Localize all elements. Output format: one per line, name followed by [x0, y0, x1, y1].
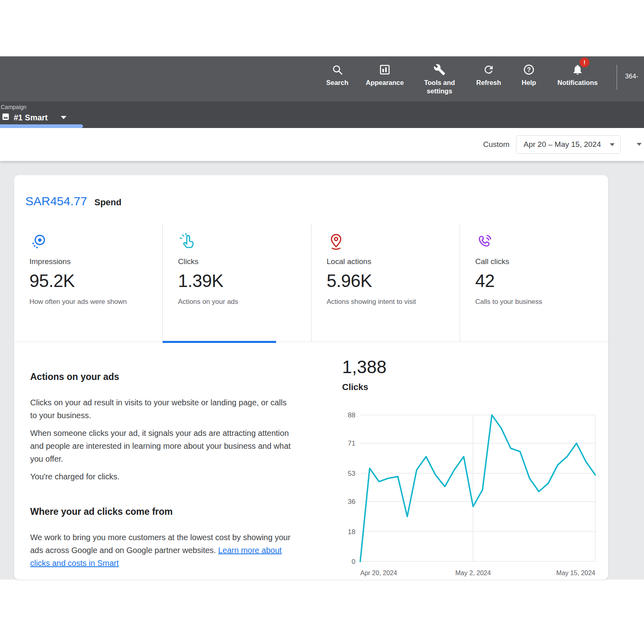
- clicks-line-chart: 01836537188Apr 20, 2024May 2, 2024May 15…: [342, 413, 598, 580]
- metric-description: Actions showing intent to visit: [327, 297, 443, 307]
- section-heading-actions: Actions on your ads: [30, 372, 294, 382]
- refresh-label: Refresh: [476, 78, 501, 87]
- help-icon: ?: [523, 62, 535, 77]
- appearance-label: Appearance: [366, 78, 404, 87]
- paragraph: You're charged for clicks.: [30, 470, 294, 483]
- account-id: 364-: [625, 73, 638, 80]
- refresh-icon: [483, 62, 495, 77]
- chevron-down-icon: [610, 143, 615, 146]
- call-clicks-phone-icon: [475, 232, 591, 252]
- campaign-eyebrow-label: Campaign: [1, 104, 27, 110]
- help-button[interactable]: ? Help: [512, 62, 546, 87]
- spend-label: Spend: [94, 197, 121, 208]
- clicks-chart-block: 1,388 Clicks 01836537188Apr 20, 2024May …: [342, 357, 600, 580]
- paragraph: When someone clicks your ad, it signals …: [30, 427, 294, 465]
- appearance-icon: [379, 62, 391, 77]
- clicks-icon: [178, 232, 294, 252]
- spend-summary: SAR454.77 Spend: [25, 194, 122, 208]
- date-range-value: Apr 20 – May 15, 2024: [524, 140, 601, 149]
- svg-text:88: 88: [348, 413, 355, 419]
- impressions-icon: [29, 232, 145, 252]
- spend-amount: SAR454.77: [25, 194, 87, 208]
- date-range-picker[interactable]: Apr 20 – May 15, 2024: [516, 135, 621, 154]
- svg-text:May 15, 2024: May 15, 2024: [556, 570, 595, 576]
- campaign-icon: [2, 113, 10, 122]
- metric-tab-local-actions[interactable]: Local actions 5.96K Actions showing inte…: [311, 223, 460, 342]
- refresh-button[interactable]: Refresh: [469, 62, 509, 87]
- tools-label: Tools and settings: [414, 78, 465, 95]
- campaign-name: #1 Smart: [14, 113, 48, 122]
- paragraph-with-link: We work to bring you more customers at t…: [30, 531, 294, 570]
- notification-badge: !: [580, 58, 589, 67]
- selected-metric-underline: [163, 341, 276, 343]
- svg-text:Apr 20, 2024: Apr 20, 2024: [360, 570, 397, 576]
- metric-description: Calls to your business: [475, 297, 591, 307]
- paragraph: Clicks on your ad result in visits to yo…: [30, 396, 294, 422]
- active-tab-indicator: [0, 124, 83, 128]
- svg-text:0: 0: [352, 558, 355, 566]
- metric-description: Actions on your ads: [178, 297, 294, 307]
- notifications-label: Notifications: [557, 78, 598, 87]
- chart-total-value: 1,388: [342, 357, 600, 377]
- metric-value: 42: [475, 271, 591, 291]
- clicks-explanation: Actions on your ads Clicks on your ad re…: [30, 372, 294, 570]
- main-content: SAR454.77 Spend Impressions 95.2K How of…: [0, 161, 644, 580]
- section-heading-where-clicks: Where your ad clicks come from: [30, 506, 294, 517]
- collapsed-control-chevron-icon[interactable]: [637, 143, 642, 146]
- notifications-button[interactable]: ! Notifications: [549, 62, 606, 87]
- local-actions-pin-icon: [327, 232, 443, 252]
- tools-icon: [433, 62, 446, 77]
- toolbar-divider: [617, 65, 617, 90]
- metric-tab-clicks[interactable]: Clicks 1.39K Actions on your ads: [162, 223, 311, 342]
- svg-text:53: 53: [348, 470, 355, 477]
- filter-bar: Custom Apr 20 – May 15, 2024: [0, 128, 644, 161]
- metric-label: Clicks: [178, 257, 294, 266]
- metric-value: 1.39K: [178, 271, 294, 291]
- search-button[interactable]: Search: [319, 62, 356, 87]
- svg-text:18: 18: [348, 528, 355, 536]
- chart-subtitle: Clicks: [342, 382, 600, 392]
- notifications-bell-icon: !: [572, 62, 584, 77]
- campaign-bar: Campaign #1 Smart: [0, 101, 644, 128]
- metric-label: Impressions: [29, 257, 145, 266]
- overview-card: SAR454.77 Spend Impressions 95.2K How of…: [14, 175, 608, 580]
- chevron-down-icon: [61, 116, 66, 119]
- tools-and-settings-button[interactable]: Tools and settings: [414, 62, 465, 95]
- search-label: Search: [326, 78, 348, 87]
- search-icon: [331, 62, 343, 77]
- metric-label: Local actions: [327, 257, 443, 266]
- svg-text:36: 36: [348, 498, 355, 506]
- metric-tab-call-clicks[interactable]: Call clicks 42 Calls to your business: [460, 223, 608, 342]
- metric-description: How often your ads were shown: [29, 297, 145, 307]
- google-ads-dashboard: Search Appearance Tools and settings Ref…: [0, 0, 644, 644]
- svg-text:71: 71: [348, 440, 355, 447]
- metric-value: 5.96K: [327, 271, 443, 291]
- top-toolbar: Search Appearance Tools and settings Ref…: [0, 56, 644, 101]
- metric-tab-impressions[interactable]: Impressions 95.2K How often your ads wer…: [14, 223, 162, 342]
- metric-value: 95.2K: [29, 271, 145, 291]
- svg-text:May 2, 2024: May 2, 2024: [455, 570, 491, 576]
- campaign-selector[interactable]: #1 Smart: [2, 113, 66, 122]
- appearance-button[interactable]: Appearance: [359, 62, 411, 87]
- toolbar-actions: Search Appearance Tools and settings Ref…: [319, 56, 638, 101]
- svg-text:?: ?: [527, 66, 531, 73]
- custom-range-label: Custom: [483, 140, 509, 149]
- help-label: Help: [522, 78, 536, 87]
- metric-tabs: Impressions 95.2K How often your ads wer…: [14, 223, 608, 342]
- metric-label: Call clicks: [475, 257, 591, 266]
